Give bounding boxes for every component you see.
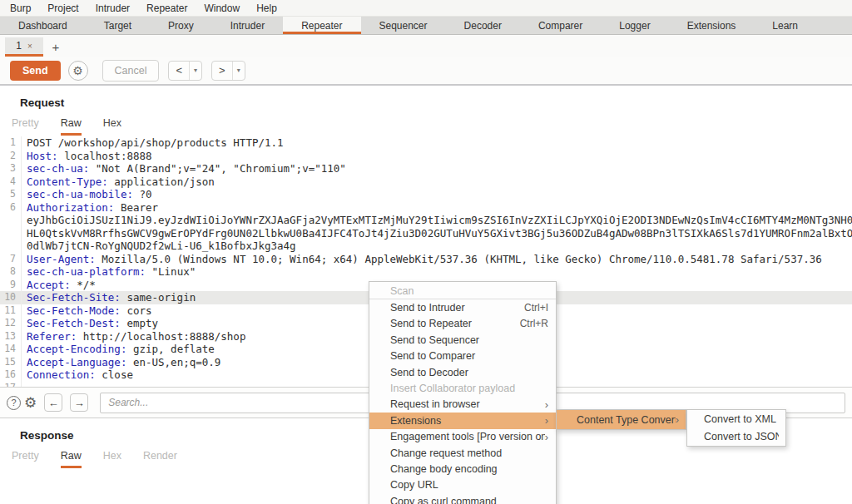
line-number [0, 227, 22, 240]
menu-item-burp[interactable]: Burp [10, 2, 31, 14]
line-text: sec-ch-ua-mobile: ?0 [22, 188, 152, 201]
line-number: 4 [0, 175, 22, 189]
request-line-1: 1POST /workshop/api/shop/products HTTP/1… [0, 136, 852, 150]
header-value: cors [121, 304, 152, 317]
line-number: 11 [0, 304, 22, 318]
context-menu-item-request-in-browser[interactable]: Request in browser› [369, 397, 556, 413]
tab-decoder[interactable]: Decoder [446, 17, 520, 34]
menu-item-intruder[interactable]: Intruder [96, 2, 130, 14]
view-tab-hex[interactable]: Hex [103, 117, 121, 136]
menu-item-label: Convert to XML [704, 413, 779, 425]
add-tab-button[interactable]: + [43, 37, 68, 57]
view-tab-hex[interactable]: Hex [103, 450, 121, 468]
context-menu-item-extensions[interactable]: Extensions› [369, 413, 556, 428]
tab-sequencer[interactable]: Sequencer [361, 17, 446, 34]
context-menu-item-copy-as-curl-command[interactable]: Copy as curl command [369, 493, 556, 504]
context-menu-item-send-to-decoder[interactable]: Send to Decoder [369, 364, 556, 380]
header-value: localhost:8888 [58, 150, 152, 162]
send-button[interactable]: Send [10, 61, 61, 81]
view-tab-raw[interactable]: Raw [61, 117, 82, 136]
extensions-submenu-item-content-type-converter[interactable]: Content Type Converter› [557, 410, 686, 429]
header-name: Sec-Fetch-Dest: [27, 317, 121, 329]
context-menu-item-engagement-tools-pro-version-only[interactable]: Engagement tools [Pro version only]› [369, 429, 556, 445]
view-tab-raw[interactable]: Raw [61, 450, 82, 468]
menu-item-window[interactable]: Window [204, 2, 240, 14]
view-tab-render[interactable]: Render [143, 450, 177, 468]
line-number: 7 [0, 253, 22, 266]
menu-item-label: Engagement tools [Pro version only] [390, 431, 545, 442]
menu-item-label: Copy URL [390, 479, 548, 491]
cancel-button[interactable]: Cancel [102, 60, 160, 82]
context-menu-item-change-request-method[interactable]: Change request method [369, 445, 556, 461]
chevron-down-icon[interactable]: ▾ [233, 62, 245, 80]
search-prev-button[interactable]: ← [44, 393, 62, 412]
line-text: Accept-Encoding: gzip, deflate [22, 343, 215, 356]
tab-intruder[interactable]: Intruder [212, 17, 283, 34]
header-name: sec-ch-ua-platform: [27, 265, 146, 278]
line-text [22, 382, 27, 388]
context-menu-item-copy-url[interactable]: Copy URL [369, 477, 556, 493]
converter-submenu-item-convert-to-json[interactable]: Convert to JSON [687, 428, 785, 447]
repeater-tab-label: 1 [16, 40, 22, 52]
menu-item-repeater[interactable]: Repeater [146, 2, 187, 14]
search-next-button[interactable]: → [70, 393, 88, 412]
chevron-down-icon[interactable]: ▾ [190, 62, 201, 80]
menu-item-label: Request in browser [390, 398, 545, 410]
header-name: User-Agent: [27, 253, 96, 265]
context-menu-item-send-to-comparer[interactable]: Send to Comparer [369, 348, 556, 364]
view-tab-pretty[interactable]: Pretty [12, 117, 39, 136]
settings-gear-icon[interactable]: ⚙ [24, 394, 37, 412]
menu-item-label: Send to Comparer [390, 350, 548, 362]
submenu-arrow-icon: › [545, 414, 548, 427]
back-arrow-icon[interactable]: < [169, 62, 190, 80]
context-menu-item-send-to-repeater[interactable]: Send to RepeaterCtrl+R [369, 316, 556, 332]
line-text: HL0QtskVvM8RrfhsGWCV9gwErOPYdFrg0UN02Llb… [22, 227, 852, 240]
line-value: eyJhbGciOiJSUzI1NiJ9.eyJzdWIiOiJoYWNrZXJ… [27, 214, 852, 226]
request-line-4: 4Content-Type: application/json [0, 175, 852, 189]
line-text: Sec-Fetch-Dest: empty [22, 317, 158, 330]
request-line-3: 3sec-ch-ua: "Not A(Brand";v="24", "Chrom… [0, 162, 852, 175]
menu-item-label: Send to Sequencer [390, 334, 548, 346]
menu-item-label: Send to Decoder [390, 367, 548, 378]
context-menu-item-change-body-encoding[interactable]: Change body encoding [369, 461, 556, 477]
line-text: Accept-Language: en-US,en;q=0.9 [22, 356, 220, 369]
close-tab-icon[interactable]: × [27, 42, 32, 51]
back-history-button[interactable]: < ▾ [168, 61, 202, 81]
line-text: 0dlWb7jtCN-RoYgNQUD2f2wLi-U6_k1BofbxJkg3… [22, 240, 296, 253]
gear-icon[interactable]: ⚙ [68, 61, 88, 81]
line-text: eyJhbGciOiJSUzI1NiJ9.eyJzdWIiOiJoYWNrZXJ… [22, 214, 852, 227]
context-menu-item-send-to-intruder[interactable]: Send to IntruderCtrl+I [369, 299, 556, 315]
tab-dashboard[interactable]: Dashboard [0, 17, 86, 34]
header-name: Sec-Fetch-Mode: [27, 304, 121, 317]
submenu-arrow-icon: › [545, 398, 548, 411]
context-menu-item-insert-collaborator-payload: Insert Collaborator payload [369, 380, 556, 396]
tab-proxy[interactable]: Proxy [150, 17, 212, 34]
line-text: sec-ch-ua-platform: "Linux" [22, 265, 196, 279]
header-name: sec-ch-ua: [27, 162, 89, 175]
repeater-tab-1[interactable]: 1 × [5, 37, 43, 57]
forward-history-button[interactable]: > ▾ [211, 61, 245, 81]
tab-extensions[interactable]: Extensions [669, 17, 755, 34]
line-value: POST /workshop/api/shop/products HTTP/1.… [27, 136, 284, 149]
line-number: 15 [0, 356, 22, 369]
line-text: Connection: close [22, 368, 133, 382]
tab-repeater[interactable]: Repeater [283, 17, 360, 34]
menu-item-label: Send to Intruder [390, 302, 524, 314]
help-icon[interactable]: ? [7, 396, 21, 410]
content-type-converter-submenu: Convert to XMLConvert to JSON [686, 409, 786, 447]
line-text: Host: localhost:8888 [22, 150, 152, 163]
tab-comparer[interactable]: Comparer [520, 17, 601, 34]
menu-item-project[interactable]: Project [47, 2, 78, 14]
forward-arrow-icon[interactable]: > [212, 62, 233, 80]
view-tab-pretty[interactable]: Pretty [12, 450, 39, 468]
tab-learn[interactable]: Learn [754, 17, 816, 34]
tab-target[interactable]: Target [86, 17, 150, 34]
tab-logger[interactable]: Logger [601, 17, 668, 34]
header-name: Content-Type: [27, 175, 108, 188]
context-menu-item-send-to-sequencer[interactable]: Send to Sequencer [369, 332, 556, 348]
request-view-tabs: PrettyRawHex [0, 109, 852, 136]
line-text: Sec-Fetch-Site: same-origin [22, 291, 196, 304]
header-name: Referer: [27, 330, 77, 343]
converter-submenu-item-convert-to-xml[interactable]: Convert to XML [687, 410, 785, 428]
menu-item-help[interactable]: Help [256, 2, 277, 14]
